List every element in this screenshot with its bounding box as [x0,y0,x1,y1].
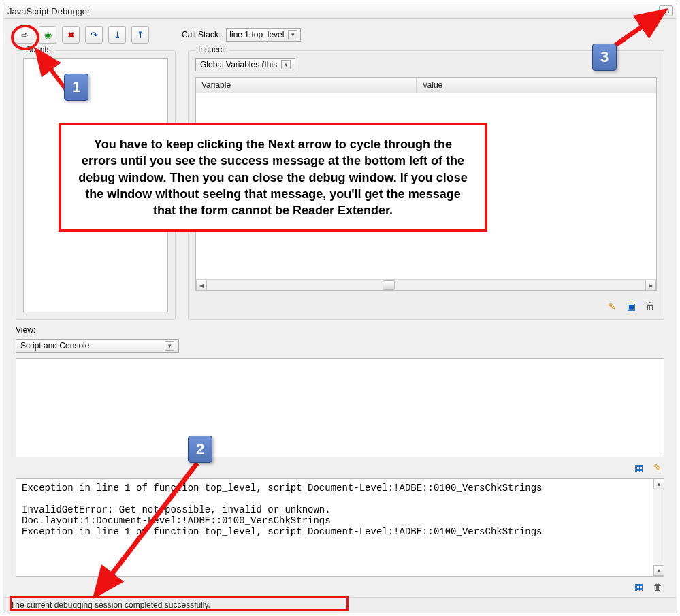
inspect-scope-select[interactable]: Global Variables (this ▾ [195,58,295,71]
step-next-button[interactable]: ➪ [16,26,33,44]
trash-icon: 🗑 [653,581,662,592]
annotation-badge-2: 2 [188,436,212,463]
chevron-down-icon: ▾ [281,60,291,69]
callstack-select[interactable]: line 1 top_level ▾ [226,28,301,42]
new-button[interactable]: ▣ [624,300,638,312]
view-label: View: [16,325,664,335]
stack-icon: ▦ [634,581,643,592]
table-header: Variable Value [196,78,656,93]
step-into-button[interactable]: ⤓ [108,26,126,44]
pencil-icon: ✎ [608,301,616,312]
scroll-thumb[interactable] [383,280,395,290]
step-over-button[interactable]: ↷ [85,26,103,44]
stop-icon: ✖ [67,30,75,40]
toolbar: ➪ ◉ ✖ ↷ ⤓ ⤒ Call Stack: line 1 top_level… [3,19,677,48]
callstack-value: line 1 top_level [229,30,284,39]
col-value[interactable]: Value [417,78,656,93]
scroll-down-icon[interactable]: ▼ [653,565,664,576]
view-select-value: Script and Console [20,341,89,351]
scroll-right-icon[interactable]: ▶ [645,280,656,291]
arrow-right-icon: ➪ [21,30,29,40]
inspect-label: Inspect: [195,45,229,54]
chevron-down-icon: ▾ [288,30,297,39]
v-scrollbar[interactable]: ▲ ▼ [653,479,664,576]
view-section: View: Script and Console ▾ ▦ ✎ [3,323,677,478]
new-icon: ▣ [627,301,636,312]
debugger-window: JavaScript Debugger ⬚ ➪ ◉ ✖ ↷ ⤓ ⤒ Call S… [3,3,677,613]
view-select[interactable]: Script and Console ▾ [16,339,179,353]
annotation-badge-3: 3 [592,44,617,71]
scroll-track[interactable] [207,280,645,290]
stack-button[interactable]: ▦ [632,461,645,474]
breakpoint-button[interactable]: ◉ [39,26,56,44]
step-out-icon: ⤒ [137,30,144,40]
breakpoint-icon: ◉ [44,30,52,40]
console-text: Exception in line 1 of function top_leve… [22,483,543,537]
scroll-up-icon[interactable]: ▲ [653,479,664,489]
status-bar: The current debugging session completed … [3,597,677,613]
window-close-button[interactable]: ⬚ [659,5,673,16]
clear-button[interactable]: 🗑 [651,581,664,593]
annotation-badge-1: 1 [64,74,88,101]
step-over-icon: ↷ [91,30,98,40]
step-into-icon: ⤓ [114,30,121,40]
titlebar: JavaScript Debugger ⬚ [3,3,677,19]
annotation-callout-text: You have to keep clicking the Next arrow… [78,137,468,217]
view-action-icons: ▦ ✎ [16,457,664,478]
h-scrollbar[interactable]: ◀ ▶ [196,279,656,290]
edit-button[interactable]: ✎ [605,300,619,312]
window-title: JavaScript Debugger [7,6,659,16]
scripts-label: Scripts: [23,45,56,54]
console-action-icons: ▦ 🗑 [3,577,677,597]
col-variable[interactable]: Variable [196,78,417,93]
status-text: The current debugging session completed … [10,600,210,610]
inspect-action-icons: ✎ ▣ 🗑 [195,296,657,312]
inspect-scope-value: Global Variables (this [200,60,277,69]
step-out-button[interactable]: ⤒ [131,26,149,44]
annotation-callout: You have to keep clicking the Next arrow… [59,123,487,232]
callstack-label: Call Stack: [182,30,221,39]
scroll-left-icon[interactable]: ◀ [196,280,207,291]
close-icon: ⬚ [663,7,669,15]
edit-button[interactable]: ✎ [651,461,664,474]
stack-icon: ▦ [634,462,643,473]
trash-icon: 🗑 [645,301,655,312]
console-output[interactable]: Exception in line 1 of function top_leve… [16,478,664,577]
chevron-down-icon: ▾ [165,341,174,351]
script-editor[interactable] [16,358,664,457]
delete-button[interactable]: 🗑 [643,300,657,312]
stack-button[interactable]: ▦ [632,581,645,593]
pencil-icon: ✎ [653,462,662,473]
stop-button[interactable]: ✖ [62,26,80,44]
